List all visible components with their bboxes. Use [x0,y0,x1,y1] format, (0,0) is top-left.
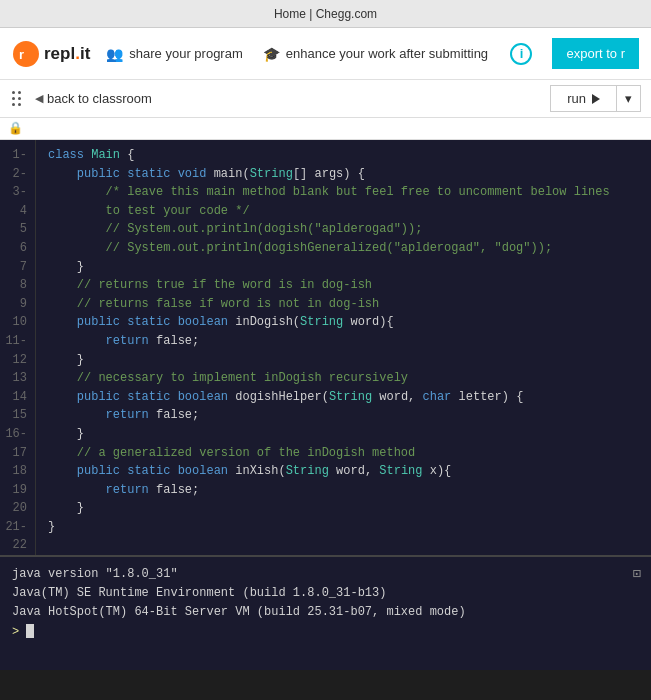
run-label: run [567,91,586,106]
code-line: // returns true if the word is in dog-is… [48,276,639,295]
chevron-left-icon: ◀ [35,92,43,105]
run-btn-container: run ▾ [550,85,641,112]
code-line: // returns false if word is not in dog-i… [48,295,639,314]
enhance-label: enhance your work after submitting [286,46,488,61]
terminal-prompt-line[interactable]: > [12,623,639,642]
terminal-line-3: Java HotSpot(TM) 64-Bit Server VM (build… [12,603,639,622]
back-label: back to classroom [47,91,152,106]
run-button[interactable]: run [550,85,616,112]
share-program-btn[interactable]: 👥 share your program [106,46,242,62]
terminal-prompt: > [12,625,26,639]
enhance-work-btn[interactable]: 🎓 enhance your work after submitting [263,46,488,62]
code-line: } [48,351,639,370]
lock-icon: 🔒 [8,121,23,136]
editor-area: 1-2-3-4567891011-1213141516-1718192021-2… [0,140,651,555]
dots-menu[interactable] [10,89,23,108]
enhance-icon: 🎓 [263,46,280,62]
code-line: public static boolean inXish(String word… [48,462,639,481]
terminal-area: ⊡ java version "1.8.0_31" Java(TM) SE Ru… [0,555,651,670]
replit-logo-icon: r [12,40,40,68]
browser-tab-title: Home | Chegg.com [274,7,377,21]
code-line: } [48,258,639,277]
code-line: /* leave this main method blank but feel… [48,183,639,202]
replit-header: r repl.it 👥 share your program 🎓 enhance… [0,28,651,80]
nav-actions: 👥 share your program 🎓 enhance your work… [106,38,639,69]
code-line: public static boolean inDogish(String wo… [48,313,639,332]
terminal-expand-btn[interactable]: ⊡ [633,563,641,585]
code-line: return false; [48,481,639,500]
code-line: // a generalized version of the inDogish… [48,444,639,463]
replit-logo[interactable]: r repl.it [12,40,90,68]
browser-tab-bar: Home | Chegg.com [0,0,651,28]
toolbar-row: ◀ back to classroom run ▾ [0,80,651,118]
code-line: } [48,499,639,518]
code-line: // System.out.println(dogish("aplderogad… [48,220,639,239]
info-button[interactable]: i [510,43,532,65]
code-line: return false; [48,406,639,425]
code-line: // necessary to implement inDogish recur… [48,369,639,388]
export-button[interactable]: export to r [552,38,639,69]
svg-text:r: r [19,47,24,62]
code-line: } [48,425,639,444]
code-line: // System.out.println(dogishGeneralized(… [48,239,639,258]
run-dropdown-btn[interactable]: ▾ [616,85,641,112]
code-line: public static void main(String[] args) { [48,165,639,184]
back-to-classroom-btn[interactable]: ◀ back to classroom [35,91,152,106]
code-line: class Main { [48,146,639,165]
code-line: } [48,518,639,537]
terminal-cursor [26,624,34,638]
replit-logo-text: repl.it [44,44,90,64]
terminal-line-1: java version "1.8.0_31" [12,565,639,584]
lock-bar: 🔒 [0,118,651,140]
line-numbers: 1-2-3-4567891011-1213141516-1718192021-2… [0,140,36,555]
code-line: to test your code */ [48,202,639,221]
share-label: share your program [129,46,242,61]
terminal-line-2: Java(TM) SE Runtime Environment (build 1… [12,584,639,603]
code-line: public static boolean dogishHelper(Strin… [48,388,639,407]
share-icon: 👥 [106,46,123,62]
dropdown-icon: ▾ [625,91,632,106]
code-content[interactable]: class Main { public static void main(Str… [36,140,651,555]
code-line: return false; [48,332,639,351]
run-triangle-icon [592,94,600,104]
svg-point-0 [13,41,39,67]
